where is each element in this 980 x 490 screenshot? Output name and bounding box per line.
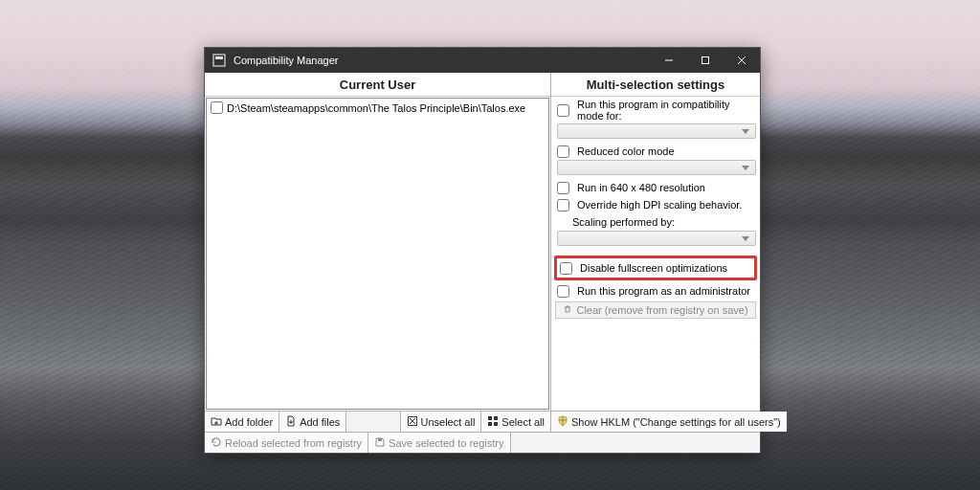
shield-icon: [557, 415, 568, 429]
run-admin-row[interactable]: Run this program as an administrator: [551, 282, 760, 300]
override-dpi-row[interactable]: Override high DPI scaling behavior.: [551, 196, 760, 213]
svg-rect-15: [488, 422, 492, 426]
compat-mode-dropdown[interactable]: [557, 123, 756, 139]
file-plus-icon: [285, 415, 297, 429]
minimize-button[interactable]: [651, 48, 687, 73]
save-to-registry-button[interactable]: Save selected to registry: [368, 433, 510, 453]
file-checkbox[interactable]: [211, 101, 223, 114]
app-icon: [211, 52, 228, 69]
window-title: Compatibility Manager: [234, 55, 338, 66]
save-icon: [374, 436, 386, 450]
file-path: D:\Steam\steamapps\common\The Talos Prin…: [227, 102, 525, 114]
bottom-toolbar: Reload selected from registry Save selec…: [205, 432, 760, 453]
scaling-by-dropdown[interactable]: [557, 231, 756, 246]
refresh-icon: [211, 436, 222, 450]
right-bottom-bar: Show HKLM ("Change settings for all user…: [551, 411, 760, 432]
reduced-color-checkbox[interactable]: [557, 145, 569, 158]
scaling-by-label: Scaling performed by:: [551, 213, 760, 231]
left-pane: Current User D:\Steam\steamapps\common\T…: [205, 73, 551, 432]
svg-rect-14: [494, 416, 498, 420]
run-640-row[interactable]: Run in 640 x 480 resolution: [551, 179, 760, 196]
titlebar[interactable]: Compatibility Manager: [205, 48, 760, 73]
close-button[interactable]: [724, 48, 760, 73]
run-admin-checkbox[interactable]: [557, 285, 569, 298]
svg-rect-17: [378, 438, 382, 441]
compat-mode-checkbox[interactable]: [557, 104, 569, 117]
select-all-button[interactable]: Select all: [481, 412, 550, 432]
add-files-button[interactable]: Add files: [279, 412, 346, 432]
compat-mode-row[interactable]: Run this program in compatibility mode f…: [551, 97, 760, 123]
folder-plus-icon: [211, 415, 222, 429]
disable-fullscreen-row[interactable]: Disable fullscreen optimizations: [557, 259, 754, 277]
svg-rect-16: [494, 422, 498, 426]
disable-fullscreen-checkbox[interactable]: [560, 262, 572, 275]
maximize-button[interactable]: [687, 48, 724, 73]
reload-from-registry-button[interactable]: Reload selected from registry: [205, 433, 368, 453]
highlight-disable-fullscreen: Disable fullscreen optimizations: [554, 256, 757, 280]
right-header: Multi-selection settings: [551, 73, 760, 97]
left-header: Current User: [205, 73, 550, 97]
show-hklm-button[interactable]: Show HKLM ("Change settings for all user…: [551, 412, 787, 432]
right-pane: Multi-selection settings Run this progra…: [551, 73, 760, 432]
reduced-color-dropdown[interactable]: [557, 160, 756, 175]
trash-icon: [563, 304, 572, 316]
left-toolbar: Add folder Add files Unselect all: [205, 411, 550, 432]
clear-button[interactable]: Clear (remove from registry on save): [555, 301, 756, 319]
reduced-color-row[interactable]: Reduced color mode: [551, 143, 760, 160]
select-all-icon: [487, 415, 499, 429]
file-list[interactable]: D:\Steam\steamapps\common\The Talos Prin…: [206, 98, 549, 410]
svg-rect-1: [215, 56, 223, 59]
list-item[interactable]: D:\Steam\steamapps\common\The Talos Prin…: [209, 100, 546, 115]
unselect-all-button[interactable]: Unselect all: [400, 412, 482, 432]
svg-rect-3: [702, 57, 709, 64]
override-dpi-checkbox[interactable]: [557, 199, 569, 212]
run-640-checkbox[interactable]: [557, 182, 569, 194]
app-window: Compatibility Manager Current User D:\St…: [204, 47, 761, 454]
svg-rect-13: [488, 416, 492, 420]
svg-rect-0: [213, 55, 225, 66]
unselect-icon: [407, 415, 418, 429]
add-folder-button[interactable]: Add folder: [205, 412, 279, 432]
